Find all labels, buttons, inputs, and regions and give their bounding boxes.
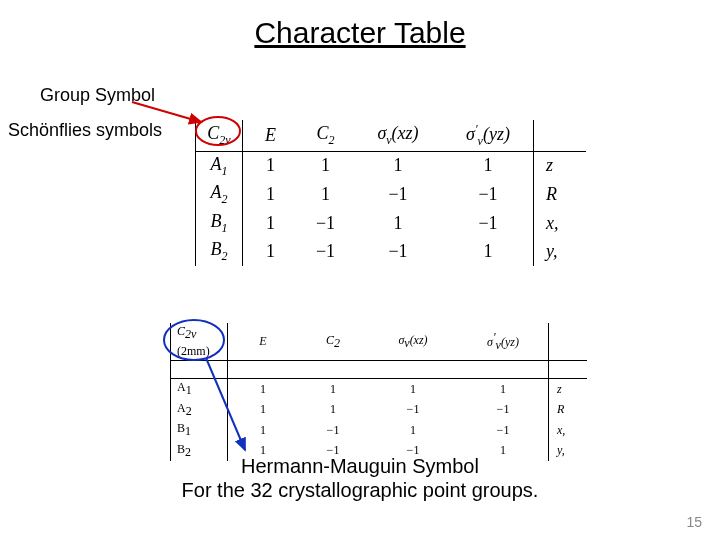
- op-E-b: E: [228, 323, 299, 361]
- caption-hermann-mauguin: Hermann-Mauguin Symbol For the 32 crysta…: [0, 454, 720, 502]
- hermann-mauguin-2mm: (2mm): [171, 343, 228, 361]
- table-row: A2 11−1−1R: [171, 400, 588, 420]
- group-symbol-c2v: C2v: [207, 123, 230, 143]
- table-row: A2 1 1 −1 −1 R: [196, 180, 587, 209]
- label-group-symbol: Group Symbol: [40, 85, 155, 106]
- table-row: A1 1 1 1 1 z: [196, 151, 587, 180]
- table-row: A1 1111z: [171, 379, 588, 400]
- character-table-top: C2v E C2 σv(xz) σ′v(yz) A1 1 1 1 1 z A2 …: [195, 120, 586, 266]
- group-symbol-c2v-small: C2v: [171, 323, 228, 343]
- table-row: B1 1 −1 1 −1 x,: [196, 209, 587, 238]
- table-row: B2 1 −1 −1 1 y,: [196, 237, 587, 266]
- table-row: B1 1−11−1x,: [171, 420, 588, 440]
- slide-title: Character Table: [0, 16, 720, 50]
- op-svp-yz-b: σ′v(yz): [458, 323, 549, 361]
- op-C2: C2: [298, 120, 353, 151]
- op-E: E: [243, 120, 299, 151]
- op-C2-b: C2: [298, 323, 368, 361]
- op-sv-xz-b: σv(xz): [368, 323, 458, 361]
- op-sigma-v-prime-yz: σ′v(yz): [443, 120, 534, 151]
- op-sigma-v-xz: σv(xz): [353, 120, 443, 151]
- label-schonflies-symbols: Schönflies symbols: [8, 120, 162, 141]
- character-table-bottom: C2v E C2 σv(xz) σ′v(yz) (2mm) A1 1111z A…: [170, 323, 587, 461]
- page-number: 15: [686, 514, 702, 530]
